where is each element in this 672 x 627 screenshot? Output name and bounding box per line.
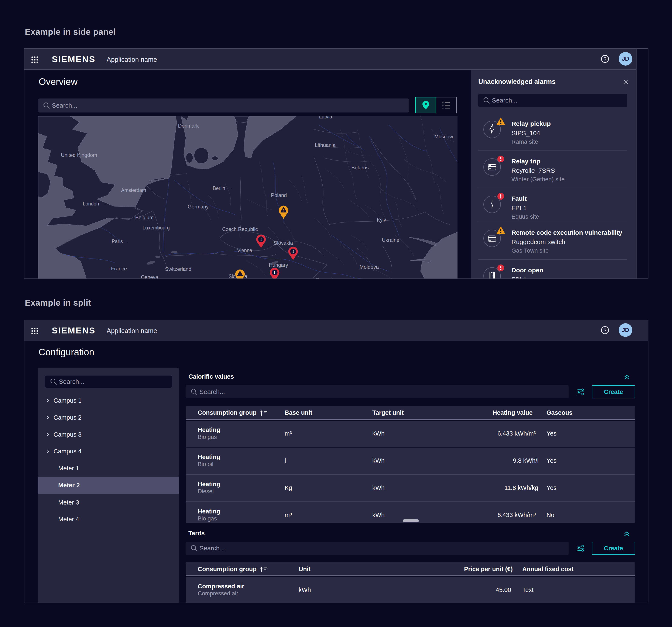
svg-text:Slovakia: Slovakia: [274, 240, 293, 246]
svg-text:Lithuania: Lithuania: [315, 142, 336, 148]
svg-text:London: London: [83, 201, 99, 206]
svg-text:Amsterdam: Amsterdam: [121, 187, 146, 193]
svg-text:Moscow: Moscow: [434, 134, 453, 140]
svg-text:France: France: [111, 266, 127, 272]
svg-text:Hungary: Hungary: [269, 262, 288, 268]
svg-text:Geneva: Geneva: [141, 274, 158, 279]
svg-text:Romania: Romania: [316, 277, 336, 279]
svg-text:Vienna: Vienna: [237, 248, 252, 253]
svg-text:Kyiv: Kyiv: [377, 217, 386, 223]
svg-text:Switzerland: Switzerland: [165, 266, 191, 272]
svg-text:Czech Republic: Czech Republic: [222, 226, 258, 232]
svg-text:Berlin: Berlin: [213, 185, 225, 191]
svg-text:Moldova: Moldova: [360, 264, 379, 270]
svg-text:Belgium: Belgium: [135, 215, 154, 220]
svg-text:Belarus: Belarus: [351, 165, 368, 171]
svg-text:Poland: Poland: [271, 192, 287, 198]
svg-text:Luxembourg: Luxembourg: [143, 225, 170, 230]
svg-text:United Kingdom: United Kingdom: [61, 152, 97, 158]
svg-text:Germany: Germany: [188, 204, 209, 209]
svg-text:Ukraine: Ukraine: [382, 237, 400, 243]
svg-text:Latvia: Latvia: [319, 116, 332, 120]
svg-text:Paris: Paris: [112, 239, 123, 244]
svg-text:Denmark: Denmark: [178, 123, 199, 129]
